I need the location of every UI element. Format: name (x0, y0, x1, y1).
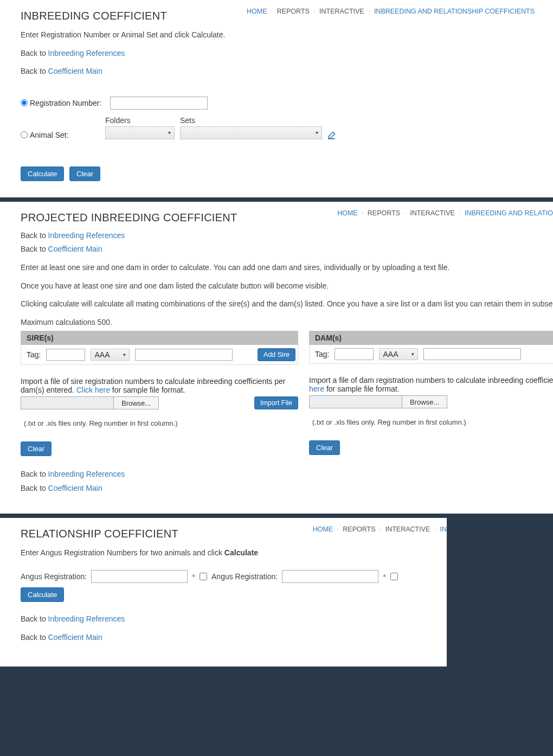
sire-dam-columns: SIRE(s) Tag: AAA ▾ Add Sire Import a fil… (21, 331, 537, 456)
breadcrumb: HOME ◦ REPORTS ◦ INTERACTIVE ◦ INBREEDIN… (245, 8, 537, 15)
tag-label: Tag: (315, 350, 329, 358)
registration-number-input[interactable] (110, 97, 208, 110)
sire-tag-row: Tag: AAA ▾ Add Sire (21, 345, 298, 365)
sire-import-file-button[interactable]: Import File (254, 396, 298, 409)
sire-import-block: Import a file of sire registration numbe… (21, 377, 298, 427)
back-prefix: Back to (21, 67, 48, 75)
angus-label-1: Angus Registration: (21, 572, 87, 581)
breadcrumb-interactive[interactable]: INTERACTIVE (383, 526, 433, 533)
breadcrumb-sep: ◦ (271, 9, 273, 14)
chevron-down-icon: ▾ (411, 351, 414, 357)
chevron-down-icon: ▾ (316, 130, 318, 136)
sire-reg-input[interactable] (135, 349, 233, 361)
required-star: * (192, 572, 195, 581)
dam-clear-button[interactable]: Clear (309, 440, 340, 455)
breadcrumb-sep: ◦ (337, 527, 339, 532)
panel-inbreeding-coefficient: HOME ◦ REPORTS ◦ INTERACTIVE ◦ INBREEDIN… (0, 0, 553, 197)
sire-import-text-b: for sample file format. (110, 386, 185, 394)
link-inbreeding-references[interactable]: Inbreeding References (48, 49, 125, 57)
angus-reg-input-2[interactable] (282, 570, 378, 583)
link-coefficient-main[interactable]: Coefficient Main (48, 633, 102, 642)
dam-import-block: Import a file of dam registration number… (309, 376, 553, 426)
back-prefix: Back to (21, 633, 48, 642)
link-coefficient-main[interactable]: Coefficient Main (48, 484, 102, 492)
breadcrumb-home[interactable]: HOME (245, 8, 269, 15)
breadcrumb-current[interactable]: INBREEDING AND RELATIO (462, 209, 553, 217)
sire-file-note: (.txt or .xls files only. Reg number in … (24, 419, 298, 427)
back-links-top: Back to Inbreeding References Back to Co… (21, 230, 537, 255)
link-inbreeding-references[interactable]: Inbreeding References (48, 231, 125, 240)
breadcrumb-interactive[interactable]: INTERACTIVE (408, 209, 457, 217)
dam-tag-row: Tag: AAA ▾ (309, 345, 553, 364)
dam-browse-button[interactable]: Browse... (402, 395, 447, 408)
intro-text: Enter Registration Number or Animal Set … (21, 30, 537, 41)
breadcrumb-reports[interactable]: REPORTS (275, 8, 312, 15)
angus-registration-row: Angus Registration: * Angus Registration… (21, 570, 430, 602)
sire-browse-row: Browse... Import File (21, 396, 298, 409)
dam-import-text: Import a file of dam registration number… (309, 376, 553, 385)
sire-header: SIRE(s) (21, 331, 298, 345)
back-prefix: Back to (21, 49, 48, 57)
breadcrumb-reports[interactable]: REPORTS (340, 526, 377, 533)
angus-reg-input-1[interactable] (91, 570, 188, 583)
calculate-button[interactable]: Calculate (21, 166, 64, 181)
breadcrumb-interactive[interactable]: INTERACTIVE (317, 8, 366, 15)
breadcrumb-sep: ◦ (404, 210, 406, 216)
radio-label-animal-set[interactable]: Animal Set: (21, 131, 97, 139)
intro-text: Enter Angus Registration Numbers for two… (21, 548, 430, 559)
breadcrumb-home[interactable]: HOME (311, 526, 336, 533)
instruction-2: Once you have at least one sire and one … (21, 281, 537, 292)
input-form: Registration Number: Animal Set: Folders… (21, 97, 537, 139)
radio-row-registration: Registration Number: (21, 97, 537, 110)
chevron-down-icon: ▾ (123, 352, 126, 357)
back-prefix: Back to (21, 245, 48, 253)
sire-clear-button[interactable]: Clear (21, 441, 52, 456)
breadcrumb-sep: ◦ (362, 210, 363, 216)
breadcrumb-reports[interactable]: REPORTS (365, 209, 402, 217)
clear-button[interactable]: Clear (69, 166, 100, 181)
dam-file-note: (.txt or .xls files only. Reg number in … (312, 418, 553, 426)
instruction-1: Enter at least one sire and one dam in o… (21, 262, 537, 273)
link-coefficient-main[interactable]: Coefficient Main (48, 245, 102, 253)
angus-checkbox-2[interactable] (390, 573, 398, 580)
breadcrumb-sep: ◦ (380, 527, 381, 532)
sire-assoc-select[interactable]: AAA ▾ (91, 349, 130, 361)
radio-registration-number[interactable] (21, 99, 28, 106)
dam-tag-input[interactable] (335, 348, 374, 360)
add-sire-button[interactable]: Add Sire (258, 348, 295, 361)
calculate-button[interactable]: Calculate (21, 587, 64, 602)
radio-text-animal-set: Animal Set: (30, 131, 69, 139)
link-inbreeding-references[interactable]: Inbreeding References (48, 614, 125, 623)
breadcrumb-home[interactable]: HOME (335, 209, 360, 217)
instruction-4: Maximum calculations 500. (21, 317, 537, 328)
breadcrumb-current[interactable]: IN (438, 526, 447, 533)
back-prefix: Back to (21, 614, 48, 623)
radio-row-animal-set: Animal Set: Folders ▾ Sets ▾ (21, 116, 537, 139)
back-prefix: Back to (21, 231, 48, 240)
panel-projected-inbreeding: HOME ◦ REPORTS ◦ INTERACTIVE ◦ INBREEDIN… (0, 202, 553, 514)
dam-reg-input[interactable] (423, 348, 521, 360)
link-sample-file-sire[interactable]: Click here (76, 386, 110, 394)
link-inbreeding-references[interactable]: Inbreeding References (48, 470, 125, 478)
dam-assoc-select[interactable]: AAA ▾ (379, 348, 418, 360)
dam-file-path[interactable] (309, 395, 402, 408)
link-coefficient-main[interactable]: Coefficient Main (48, 67, 102, 75)
panel-relationship-coefficient: HOME ◦ REPORTS ◦ INTERACTIVE ◦ IN RELATI… (0, 518, 447, 667)
breadcrumb-sep: ◦ (368, 9, 370, 14)
sire-tag-input[interactable] (46, 349, 85, 361)
angus-checkbox-1[interactable] (200, 573, 207, 580)
folders-label: Folders (105, 116, 175, 125)
folders-select[interactable]: ▾ (105, 126, 175, 139)
back-link-row: Back to Inbreeding References (21, 48, 537, 59)
radio-animal-set[interactable] (21, 131, 28, 138)
edit-sets-icon[interactable] (327, 130, 337, 139)
intro-a: Enter Angus Registration Numbers for two… (21, 548, 224, 557)
dam-header: DAM(s) (309, 331, 553, 345)
radio-text-registration: Registration Number: (30, 99, 101, 107)
breadcrumb-current[interactable]: INBREEDING AND RELATIONSHIP COEFFICIENTS (372, 8, 537, 15)
sire-browse-button[interactable]: Browse... (114, 396, 159, 409)
sire-file-path[interactable] (21, 396, 114, 409)
breadcrumb-sep: ◦ (459, 210, 460, 216)
sets-select[interactable]: ▾ (180, 126, 322, 139)
radio-label-registration[interactable]: Registration Number: (21, 99, 101, 107)
